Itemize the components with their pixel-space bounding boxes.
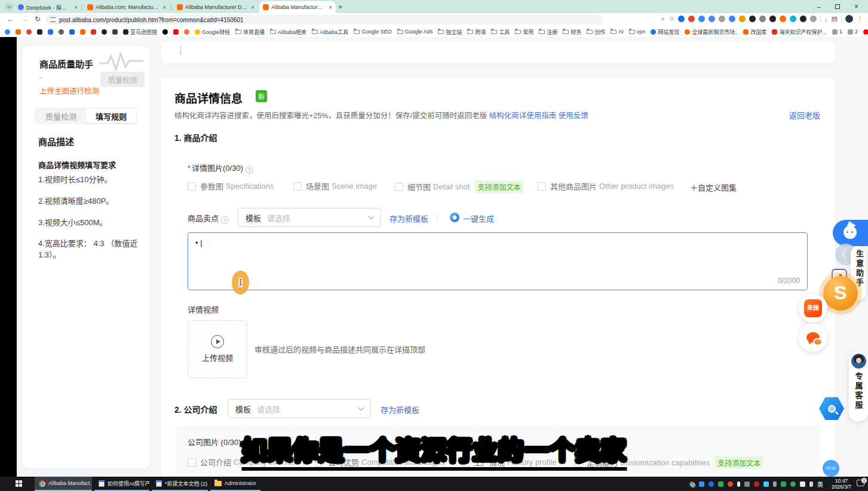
bookmark-favicon-icon[interactable] — [863, 29, 868, 35]
minimize-button[interactable]: – — [817, 3, 821, 10]
ai-generate-icon[interactable] — [450, 213, 459, 222]
profile-avatar[interactable] — [845, 15, 853, 23]
bookmark-favicon-icon[interactable] — [26, 29, 32, 35]
bookmark-item[interactable]: 改国家 — [743, 28, 766, 36]
browser-tab[interactable]: Alibaba.com: Manufacturers. × — [84, 1, 170, 13]
assistant-genie-icon[interactable] — [833, 220, 868, 246]
bookmark-item[interactable]: 网站发现 — [651, 28, 679, 36]
tab-close-icon[interactable]: × — [251, 4, 254, 11]
tray-icon[interactable] — [754, 481, 759, 487]
taskbar-clock[interactable]: 10:47 2026/3/7 — [832, 478, 851, 490]
selling-point-textarea[interactable]: • | 0/2000 — [188, 232, 808, 290]
tray-chrome-icon[interactable] — [689, 481, 695, 487]
save-company-template-link[interactable]: 存为新模板 — [381, 404, 419, 415]
checkbox-other-images[interactable]: 其他商品图片 Other product images — [538, 180, 674, 192]
tab-fill-rules[interactable]: 填写规则 — [86, 109, 136, 123]
bookmark-folder[interactable]: 体育直播 — [235, 28, 265, 36]
zoom-icon[interactable]: ⌕ — [661, 15, 665, 23]
wechat-icon[interactable] — [799, 323, 827, 352]
taskbar-app-notepad2[interactable]: *新建文本文档 (2).t... — [152, 477, 208, 491]
extension-icon[interactable] — [769, 16, 776, 22]
extension-icon[interactable] — [759, 16, 766, 22]
bookmark-favicon-icon[interactable] — [48, 29, 53, 35]
bookmark-favicon-icon[interactable] — [5, 29, 10, 35]
forward-icon[interactable]: → — [22, 15, 29, 23]
checkbox[interactable] — [538, 182, 546, 191]
bookmark-favicon-icon[interactable] — [80, 29, 85, 35]
checkbox[interactable] — [293, 182, 302, 191]
bookmark-item[interactable]: 2 — [848, 29, 858, 35]
extension-icon[interactable] — [739, 16, 746, 22]
tray-icon[interactable] — [781, 481, 786, 487]
feedback-link[interactable]: 使用反馈 — [559, 112, 588, 120]
taskbar-app-folder[interactable]: Administrator — [210, 477, 260, 491]
extension-icon[interactable] — [698, 16, 705, 22]
bookmark-item[interactable]: 海天知识产权保护... — [772, 28, 827, 36]
tray-icon[interactable] — [763, 481, 769, 487]
menu-dots-icon[interactable]: ⋮ — [857, 15, 863, 23]
bookmark-folder[interactable]: 注册 — [539, 28, 557, 36]
bookmark-favicon-icon[interactable] — [162, 29, 168, 35]
extension-icon[interactable] — [708, 16, 715, 22]
tab-close-icon[interactable]: × — [74, 4, 78, 11]
checkbox-detail-shot[interactable]: 细节图 Detail shot 支持添加文本 — [395, 180, 523, 193]
help-icon[interactable]: ? — [246, 166, 253, 174]
save-template-link[interactable]: 存为新模板 — [389, 213, 428, 224]
browser-tab-active[interactable]: Alibaba Manufacturer Direct × — [259, 1, 336, 13]
tray-mic-icon[interactable] — [737, 481, 740, 487]
bookmark-favicon-icon[interactable] — [91, 29, 96, 35]
bookmark-folder[interactable]: 创作 — [587, 28, 605, 36]
language-indicator[interactable]: 英 — [817, 480, 823, 489]
bookmark-folder[interactable]: vpn — [629, 29, 646, 35]
maximize-button[interactable] — [835, 4, 840, 9]
extension-icon[interactable] — [800, 16, 806, 22]
bookmark-item[interactable]: 1 — [832, 29, 842, 35]
close-button[interactable]: × — [854, 2, 858, 11]
bookmark-folder[interactable]: 财务 — [563, 28, 581, 36]
bookmark-favicon-icon[interactable] — [59, 29, 64, 35]
download-icon[interactable]: ↓ — [824, 16, 828, 23]
bookmark-folder[interactable]: Alibaba工具 — [312, 28, 348, 36]
taskbar-app-notepad1[interactable]: 如何使用AI撰写产... — [94, 477, 149, 491]
tab-close-icon[interactable]: × — [329, 4, 332, 11]
checkbox[interactable] — [188, 182, 196, 191]
browser-tab[interactable]: DeepSeek - 探索未至之境 × — [14, 1, 81, 13]
extension-icon[interactable] — [729, 16, 735, 22]
extensions-puzzle-icon[interactable]: ▤ — [832, 15, 838, 23]
help-icon[interactable]: ? — [221, 216, 229, 224]
bookmark-star-icon[interactable]: ☆ — [668, 15, 674, 23]
bookmark-favicon-icon[interactable] — [16, 29, 21, 35]
bookmark-folder[interactable]: 常用 — [515, 28, 533, 36]
extension-icon[interactable] — [688, 16, 695, 22]
bookmark-item[interactable]: Google财经 — [195, 28, 230, 36]
notification-icon[interactable]: 1 — [857, 480, 864, 486]
bookmark-item[interactable]: 亚马逊图搜 — [123, 28, 157, 36]
tray-network-icon[interactable] — [800, 481, 805, 487]
bookmark-folder[interactable]: Google Ads — [397, 29, 433, 35]
back-to-old-version-link[interactable]: 返回老版 — [789, 109, 820, 121]
tray-icon[interactable] — [744, 481, 750, 487]
company-template-select[interactable]: 模板 请选择 — [228, 399, 371, 418]
business-assistant-label[interactable]: 生意助手 — [854, 250, 865, 288]
skype-icon[interactable]: S — [823, 276, 858, 311]
extension-icon[interactable] — [749, 16, 756, 22]
bookmark-folder[interactable]: Google SEO — [354, 29, 392, 35]
bookmark-favicon-icon[interactable] — [112, 29, 118, 35]
tray-icon[interactable] — [718, 481, 723, 487]
bookmark-favicon-icon[interactable] — [69, 29, 75, 35]
bookmark-folder[interactable]: Alibaba相关 — [270, 28, 306, 36]
checkbox[interactable] — [395, 183, 403, 191]
tray-volume-icon[interactable] — [809, 481, 813, 487]
tray-shield-icon[interactable] — [708, 481, 714, 487]
browser-tab[interactable]: Alibaba Manufacturer Direct × — [173, 1, 258, 13]
bookmark-folder[interactable]: 独立站 — [438, 28, 462, 36]
tray-battery-icon[interactable] — [773, 481, 777, 487]
bookmark-favicon-icon[interactable] — [173, 29, 179, 35]
new-tab-button[interactable]: + — [338, 2, 343, 11]
quality-detect-button[interactable]: 质量检测 — [100, 72, 145, 87]
tab-close-icon[interactable]: × — [162, 4, 166, 11]
bookmark-folder[interactable]: 工具 — [491, 28, 510, 36]
custom-album-button[interactable]: ＋自定义图集 — [690, 182, 737, 193]
site-settings-icon[interactable] — [50, 17, 56, 22]
reload-icon[interactable]: ↻ — [35, 15, 41, 23]
